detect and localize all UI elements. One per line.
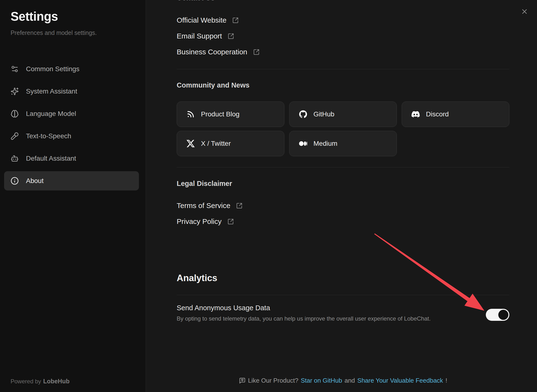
sidebar-item-text-to-speech[interactable]: Text-to-Speech [4,126,139,146]
usage-data-label: Send Anonymous Usage Data [177,304,431,312]
sidebar-item-about[interactable]: About [4,171,139,190]
community-buttons: Product Blog GitHub Discord X / Twitter [177,101,509,156]
settings-nav: Common Settings System Assistant Languag… [4,59,139,190]
sidebar-item-label: Common Settings [26,65,80,73]
section-divider [177,295,509,295]
sidebar-item-label: Language Model [26,110,76,118]
external-link-icon [232,17,239,24]
close-button[interactable] [521,8,528,15]
button-label: Medium [313,140,337,147]
rss-icon [187,110,195,118]
button-label: GitHub [313,110,334,118]
feedback-footer: Like Our Product? Star on GitHub and Sha… [177,377,509,384]
github-icon [299,110,307,118]
sidebar-item-common-settings[interactable]: Common Settings [4,59,139,79]
terms-of-service-link[interactable]: Terms of Service [177,200,243,211]
section-divider [177,167,509,167]
sidebar-item-label: About [26,177,44,185]
link-label: Privacy Policy [177,217,222,226]
lobehub-logo[interactable]: LobeHub [43,378,70,385]
sidebar-item-system-assistant[interactable]: System Assistant [4,82,139,101]
external-link-icon [228,33,234,39]
share-feedback-link[interactable]: Share Your Valuable Feedback [357,377,443,384]
external-link-icon [236,202,243,209]
link-label: Terms of Service [177,202,230,210]
usage-data-setting: Send Anonymous Usage Data By opting to s… [177,304,509,322]
usage-data-description: By opting to send telemetry data, you ca… [177,315,431,322]
info-icon [11,177,19,185]
page-subtitle: Preferences and model settings. [11,29,139,36]
medium-icon [299,139,307,148]
sidebar-item-language-model[interactable]: Language Model [4,104,139,123]
sidebar-item-label: Text-to-Speech [26,132,71,140]
footer-text: ! [445,377,447,384]
sliders-icon [11,65,19,73]
footer-text: and [344,377,355,384]
sidebar-item-label: Default Assistant [26,155,76,162]
powered-by: Powered by LobeHub [11,378,69,385]
section-divider [177,69,509,69]
sidebar-item-label: System Assistant [26,88,77,95]
button-label: Discord [426,110,449,118]
button-label: X / Twitter [201,140,231,147]
message-heart-icon [239,377,246,384]
external-link-icon [253,49,260,55]
analytics-heading: Analytics [177,273,509,283]
close-icon [521,8,528,15]
page-title: Settings [11,10,139,24]
settings-sidebar: Settings Preferences and model settings.… [0,0,146,392]
link-label: Email Support [177,32,222,40]
contact-us-heading: Contact Us [177,0,509,2]
bot-icon [11,154,19,163]
sidebar-item-default-assistant[interactable]: Default Assistant [4,149,139,168]
product-blog-button[interactable]: Product Blog [177,101,284,127]
community-heading: Community and News [177,81,509,89]
about-panel: Contact Us Official Website Email Suppor… [146,0,537,392]
github-button[interactable]: GitHub [289,101,397,127]
footer-text: Like Our Product? [248,377,299,384]
email-support-link[interactable]: Email Support [177,31,234,42]
powered-by-label: Powered by [11,378,41,385]
brain-icon [11,110,19,118]
toggle-knob [498,310,508,320]
button-label: Product Blog [201,110,239,118]
legal-links: Terms of Service Privacy Policy [177,200,509,227]
link-label: Official Website [177,16,226,24]
link-label: Business Cooperation [177,48,247,56]
discord-icon [412,110,420,118]
star-on-github-link[interactable]: Star on GitHub [301,377,342,384]
discord-button[interactable]: Discord [402,101,509,127]
contact-links: Official Website Email Support Business … [177,15,509,57]
legal-heading: Legal Disclaimer [177,180,509,188]
usage-data-toggle[interactable] [486,309,509,321]
x-twitter-button[interactable]: X / Twitter [177,131,284,156]
medium-button[interactable]: Medium [289,131,397,156]
x-icon [187,139,195,148]
sparkles-icon [11,87,19,95]
privacy-policy-link[interactable]: Privacy Policy [177,216,234,227]
official-website-link[interactable]: Official Website [177,15,239,26]
microphone-icon [11,132,19,140]
business-cooperation-link[interactable]: Business Cooperation [177,46,260,57]
external-link-icon [227,218,234,225]
